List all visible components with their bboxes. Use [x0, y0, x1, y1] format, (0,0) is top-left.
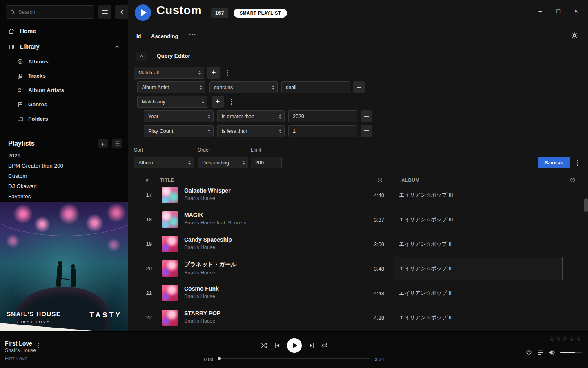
sidebar-item-label: Library	[20, 43, 39, 50]
sort-direction-button[interactable]: Ascending	[151, 33, 178, 39]
rating-stars: ☆☆☆☆☆	[549, 335, 582, 342]
star-icon[interactable]: ☆	[549, 335, 555, 342]
star-icon[interactable]: ☆	[555, 335, 562, 342]
query-editor-collapse-button[interactable]	[136, 52, 147, 61]
queue-icon	[537, 350, 543, 355]
track-artist: Snail's House	[184, 245, 232, 250]
add-playlist-button[interactable]: +	[98, 139, 108, 148]
sidebar-item-tracks[interactable]: Tracks	[0, 69, 128, 83]
now-playing-menu-button[interactable]	[38, 338, 39, 348]
search-box[interactable]	[6, 5, 94, 19]
sort-field-button[interactable]: Id	[136, 33, 141, 39]
album-art-thumbnail	[162, 285, 178, 301]
next-icon	[309, 343, 314, 348]
playlist-item[interactable]: 2021	[0, 150, 128, 161]
settings-button[interactable]	[571, 32, 578, 39]
progress-handle[interactable]	[218, 357, 221, 360]
rule-field-select[interactable]: Year	[144, 110, 214, 122]
now-playing-artwork[interactable]: SNAIL'S HOUSE FIRST LOVE TASTY	[0, 202, 128, 331]
table-row[interactable]: 18 MAGIKSnail's House feat. Sennzai 3:37…	[128, 207, 588, 232]
queue-button[interactable]	[537, 350, 543, 355]
next-button[interactable]	[309, 343, 314, 348]
sort-select[interactable]: Album	[134, 157, 194, 168]
album-cell-selected[interactable]: エイリアン☆ポップ II	[394, 257, 563, 280]
now-playing-artist[interactable]: Snail's House	[5, 348, 36, 353]
heart-icon[interactable]	[570, 177, 576, 183]
match-mode-select[interactable]: Match any	[137, 96, 207, 108]
play-playlist-button[interactable]	[135, 4, 151, 21]
playlist-item[interactable]: Custom	[0, 171, 128, 181]
sidebar-item-genres[interactable]: Genres	[0, 97, 128, 112]
volume-button[interactable]	[548, 350, 555, 355]
rule-value-input[interactable]	[281, 81, 350, 93]
playlist-item[interactable]: DJ Okawari	[0, 181, 128, 191]
sidebar-item-folders[interactable]: Folders	[0, 112, 128, 126]
track-duration: 4:40	[356, 192, 384, 198]
minus-icon	[357, 87, 361, 88]
table-row[interactable]: 22 STARRY POPSnail's House 4:28 エイリアン☆ポッ…	[128, 305, 588, 330]
menu-button[interactable]	[98, 5, 111, 19]
chevron-up-icon[interactable]	[114, 44, 120, 49]
column-header-album[interactable]: ALBUM	[401, 177, 420, 182]
add-rule-button[interactable]: +	[207, 67, 220, 79]
close-button[interactable]: ×	[569, 6, 583, 17]
row-number: 21	[136, 290, 152, 296]
star-icon[interactable]: ☆	[562, 335, 569, 342]
table-row[interactable]: 20 プラネット・ガールSnail's House 3:48 エイリアン☆ポップ…	[128, 256, 588, 281]
rule-operator-select[interactable]: contains	[209, 81, 278, 93]
sidebar-item-albums[interactable]: Albums	[0, 54, 128, 69]
sidebar-item-home[interactable]: Home	[0, 23, 128, 39]
group-menu-button[interactable]	[228, 96, 234, 108]
table-row[interactable]: 19 Candy SpaceshipSnail's House 3:09 エイリ…	[128, 232, 588, 256]
add-rule-button[interactable]: +	[212, 96, 224, 108]
track-title: プラネット・ガール	[184, 261, 236, 268]
limit-input[interactable]	[251, 157, 282, 168]
match-mode-select[interactable]: Match all	[134, 67, 204, 79]
scrollbar-thumb[interactable]	[584, 198, 588, 212]
playlist-item[interactable]: BPM Greater than 200	[0, 161, 128, 171]
playlist-list-view-button[interactable]	[112, 139, 122, 148]
sort-more-button[interactable]: ···	[189, 31, 196, 38]
remove-rule-button[interactable]	[361, 125, 372, 137]
playlist-item[interactable]: Favorites	[0, 191, 128, 202]
now-playing-album[interactable]: First Love	[5, 356, 27, 361]
progress-bar[interactable]	[218, 358, 370, 359]
minimize-button[interactable]: –	[533, 6, 547, 17]
sidebar-item-library[interactable]: Library	[0, 39, 128, 54]
query-menu-button[interactable]	[574, 157, 581, 168]
rule-field-select[interactable]: Album Artist	[137, 81, 205, 93]
order-select[interactable]: Descending	[198, 157, 248, 168]
row-number: 17	[136, 192, 152, 198]
sidebar-item-label: Home	[20, 28, 36, 34]
group-menu-button[interactable]	[224, 67, 230, 79]
favorite-button[interactable]	[526, 349, 532, 356]
maximize-button[interactable]: □	[551, 6, 565, 17]
column-header-title[interactable]: TITLE	[160, 177, 174, 182]
table-row[interactable]: 17 Galactic WhisperSnail's House 4:40 エイ…	[128, 186, 588, 207]
now-playing-title[interactable]: First Love	[5, 340, 32, 347]
repeat-button[interactable]	[321, 342, 328, 349]
column-header-number[interactable]: #	[146, 177, 149, 182]
spinner-icon	[243, 161, 245, 165]
remove-rule-button[interactable]	[353, 81, 365, 93]
star-icon[interactable]: ☆	[569, 335, 575, 342]
track-album: エイリアン☆ポップ III	[399, 216, 453, 223]
previous-button[interactable]	[274, 343, 280, 348]
clock-icon[interactable]	[377, 177, 383, 183]
rule-value-input[interactable]	[288, 125, 357, 137]
star-icon[interactable]: ☆	[576, 335, 582, 342]
sidebar-item-album-artists[interactable]: Album Artists	[0, 83, 128, 97]
table-row[interactable]: 21 Cosmo FunkSnail's House 4:48 エイリアン☆ポッ…	[128, 281, 588, 305]
play-button[interactable]	[287, 338, 302, 353]
rule-operator-select[interactable]: is less than	[217, 125, 285, 137]
rule-operator-select[interactable]: is greater than	[217, 110, 285, 122]
plus-icon: +	[212, 68, 216, 77]
volume-slider[interactable]	[560, 352, 582, 353]
search-input[interactable]	[18, 9, 90, 15]
rule-value-input[interactable]	[288, 110, 357, 122]
save-as-button[interactable]: Save as	[538, 157, 570, 168]
remove-rule-button[interactable]	[361, 110, 372, 122]
back-button[interactable]	[115, 5, 129, 19]
rule-field-select[interactable]: Play Count	[144, 125, 214, 137]
shuffle-button[interactable]	[260, 343, 267, 348]
